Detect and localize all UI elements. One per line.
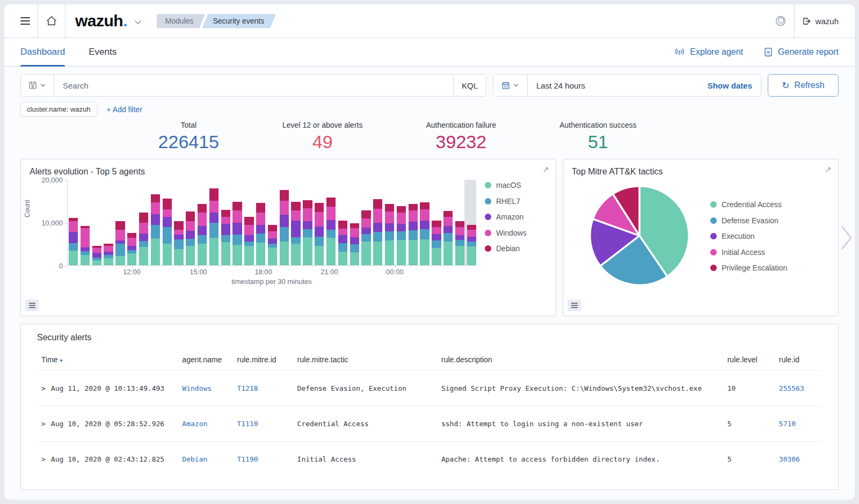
bar-26[interactable] [373,180,382,265]
query-language-button[interactable]: KQL [453,75,486,96]
bar-14[interactable] [232,180,242,265]
bar-31[interactable] [432,180,441,265]
sort-desc-icon[interactable]: ▾ [60,357,63,363]
menu-button[interactable] [13,4,38,38]
cell-link[interactable]: Debian [182,455,207,463]
legend-item-execution[interactable]: Execution [710,232,787,240]
column-header-rule-mitre-tactic[interactable]: rule.mitre.tactic [293,350,437,371]
bar-24[interactable] [350,180,359,265]
legend-label: Amazon [496,213,523,221]
cell-link[interactable]: 30306 [779,455,800,463]
bar-segment-macos [420,239,429,265]
bar-22[interactable] [326,180,336,265]
bar-6[interactable] [139,180,148,265]
refresh-button[interactable]: ↻ Refresh [768,74,839,97]
quick-select-button[interactable] [493,75,528,96]
filter-pill-cluster-name[interactable]: cluster.name: wazuh [20,102,97,116]
explore-agent-button[interactable]: Explore agent [674,47,743,57]
bar-segment-windows [256,213,265,225]
expand-row-icon[interactable]: > [41,384,46,392]
divider [65,4,65,38]
legend-item-credential-access[interactable]: Credential Access [710,200,787,209]
bar-18[interactable] [280,180,289,265]
legend-item-privilege-escalation[interactable]: Privilege Escalation [710,264,787,272]
bar-3[interactable] [104,180,113,265]
bar-20[interactable] [303,180,312,265]
legend-item-windows[interactable]: Windows [485,229,546,237]
column-header-rule-level[interactable]: rule.level [723,350,775,371]
tab-actions: Explore agent Generate report [674,47,839,57]
column-header-time[interactable]: Time▾ [37,350,178,371]
cell-link[interactable]: 255563 [779,384,804,392]
generate-report-button[interactable]: Generate report [763,47,839,57]
cell-link[interactable]: T1110 [237,420,258,428]
cell-link[interactable]: Windows [182,384,212,392]
chevron-down-icon[interactable] [133,18,143,27]
search-input[interactable] [54,81,453,90]
cell-link[interactable]: T1218 [237,384,258,392]
column-label: rule.mitre.tactic [297,355,348,364]
bar-4[interactable] [115,180,125,265]
bar-16[interactable] [256,180,265,265]
legend-item-amazon[interactable]: Amazon [485,213,546,221]
legend-item-macos[interactable]: macOS [485,181,546,189]
bar-23[interactable] [338,180,347,265]
tab-events[interactable]: Events [89,38,117,67]
bar-33[interactable] [455,180,464,265]
column-header-rule-mitre-id[interactable]: rule.mitre.id [232,350,293,371]
next-panels-button[interactable] [841,225,853,250]
bar-8[interactable] [163,180,172,265]
report-icon [763,47,773,57]
health-check-button[interactable] [767,4,794,38]
bar-9[interactable] [174,180,183,265]
wazuh-logo[interactable]: wazuh. [75,12,128,30]
bar-28[interactable] [397,180,406,265]
home-button[interactable] [38,4,65,38]
bar-12[interactable] [209,180,219,265]
bar-29[interactable] [409,180,418,265]
bar-13[interactable] [221,180,230,265]
bar-27[interactable] [385,180,394,265]
bar-17[interactable] [268,180,277,265]
legend-item-rhel7[interactable]: RHEL7 [485,197,546,206]
expand-panel-icon[interactable]: ↗ [542,165,549,174]
bar-21[interactable] [315,180,324,265]
legend-toggle-button[interactable] [567,300,581,311]
legend-item-initial-access[interactable]: Initial Access [710,248,787,257]
legend-item-defense-evasion[interactable]: Defense Evasion [710,216,787,225]
bar-5[interactable] [127,180,136,265]
show-dates-button[interactable]: Show dates [708,81,761,90]
legend-toggle-button[interactable] [25,300,39,311]
breadcrumb-modules[interactable]: Modules [157,14,206,28]
bar-segment-macos [397,240,406,265]
cell-link[interactable]: Amazon [182,420,207,428]
bar-2[interactable] [92,180,101,265]
cell-link[interactable]: T1190 [237,455,258,463]
bar-32[interactable] [443,180,453,265]
saved-queries-button[interactable] [21,74,54,97]
cell-link[interactable]: 5710 [779,420,796,428]
logout-link[interactable]: wazuh [795,17,846,26]
bar-segment-amazon [221,224,230,235]
bar-11[interactable] [198,180,207,265]
time-range-value[interactable]: Last 24 hours [528,81,585,90]
expand-row-icon[interactable]: > [41,420,46,428]
tab-dashboard[interactable]: Dashboard [20,38,65,67]
bar-0[interactable] [69,180,78,265]
bar-30[interactable] [420,180,429,265]
stats-row: Total226415Level 12 or above alerts49Aut… [20,121,839,152]
bar-25[interactable] [361,180,370,265]
bar-34[interactable] [467,180,476,265]
column-header-rule-id[interactable]: rule.id [775,350,822,371]
column-header-agent-name[interactable]: agent.name [178,350,232,371]
bar-7[interactable] [151,180,160,265]
bar-19[interactable] [291,180,300,265]
bar-1[interactable] [81,180,90,265]
column-header-rule-description[interactable]: rule.description [437,350,723,371]
bar-15[interactable] [244,180,253,265]
expand-panel-icon[interactable]: ↗ [825,165,832,174]
bar-10[interactable] [186,180,195,265]
expand-row-icon[interactable]: > [41,455,46,463]
legend-item-debian[interactable]: Debian [485,244,546,253]
add-filter-button[interactable]: + Add filter [107,105,143,114]
